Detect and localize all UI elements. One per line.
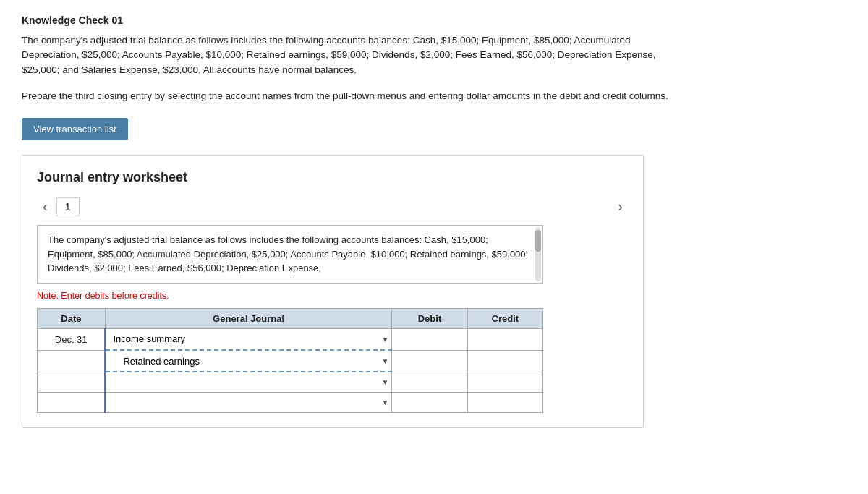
- col-header-debit: Debit: [392, 308, 467, 328]
- date-cell-1: Dec. 31: [38, 328, 106, 350]
- credit-cell-1[interactable]: [467, 328, 542, 350]
- page-title: Knowledge Check 01: [22, 14, 846, 26]
- view-transaction-list-button[interactable]: View transaction list: [22, 118, 128, 140]
- debit-input-2[interactable]: [398, 356, 461, 367]
- table-row: ▼: [38, 350, 543, 372]
- credit-cell-4[interactable]: [467, 392, 542, 412]
- nav-right-arrow[interactable]: ›: [612, 197, 629, 216]
- journal-table: Date General Journal Debit Credit Dec. 3…: [37, 308, 543, 413]
- worksheet-description-text: The company's adjusted trial balance as …: [48, 234, 528, 273]
- debit-cell-3[interactable]: [392, 372, 467, 392]
- gj-input-4[interactable]: [111, 397, 386, 408]
- credit-input-1[interactable]: [474, 334, 537, 345]
- gj-cell-3[interactable]: ▼: [105, 372, 391, 392]
- instruction-text: Prepare the third closing entry by selec…: [22, 89, 673, 103]
- scrollbar-thumb: [535, 230, 541, 252]
- table-header-row: Date General Journal Debit Credit: [38, 308, 543, 328]
- date-cell-3: [38, 372, 106, 392]
- credit-input-2[interactable]: [474, 356, 537, 367]
- table-row: Dec. 31 ▼: [38, 328, 543, 350]
- gj-input-1[interactable]: [111, 333, 386, 344]
- gj-input-2[interactable]: [122, 356, 386, 367]
- table-row: ▼: [38, 372, 543, 392]
- date-cell-2: [38, 350, 106, 372]
- nav-number: 1: [56, 197, 80, 216]
- worksheet-title: Journal entry worksheet: [37, 170, 629, 185]
- gj-input-3[interactable]: [111, 377, 386, 388]
- credit-input-4[interactable]: [474, 397, 537, 408]
- gj-cell-4[interactable]: ▼: [105, 392, 391, 412]
- gj-cell-1[interactable]: ▼: [105, 328, 391, 350]
- col-header-credit: Credit: [467, 308, 542, 328]
- debit-cell-2[interactable]: [392, 350, 467, 372]
- nav-row: ‹ 1 ›: [37, 197, 629, 216]
- credit-input-3[interactable]: [474, 377, 537, 388]
- debit-input-3[interactable]: [398, 377, 461, 388]
- debit-cell-1[interactable]: [392, 328, 467, 350]
- scrollbar[interactable]: [535, 227, 541, 281]
- debit-input-4[interactable]: [398, 397, 461, 408]
- table-row: ▼: [38, 392, 543, 412]
- credit-cell-2[interactable]: [467, 350, 542, 372]
- note-text: Note: Enter debits before credits.: [37, 291, 629, 301]
- credit-cell-3[interactable]: [467, 372, 542, 392]
- worksheet-container: Journal entry worksheet ‹ 1 › The compan…: [22, 155, 644, 428]
- col-header-date: Date: [38, 308, 106, 328]
- nav-left-arrow[interactable]: ‹: [37, 197, 54, 216]
- date-cell-4: [38, 392, 106, 412]
- debit-input-1[interactable]: [398, 334, 461, 345]
- worksheet-description-box: The company's adjusted trial balance as …: [37, 225, 543, 284]
- gj-cell-2[interactable]: ▼: [105, 350, 391, 372]
- col-header-gj: General Journal: [105, 308, 391, 328]
- debit-cell-4[interactable]: [392, 392, 467, 412]
- description-text: The company's adjusted trial balance as …: [22, 33, 673, 77]
